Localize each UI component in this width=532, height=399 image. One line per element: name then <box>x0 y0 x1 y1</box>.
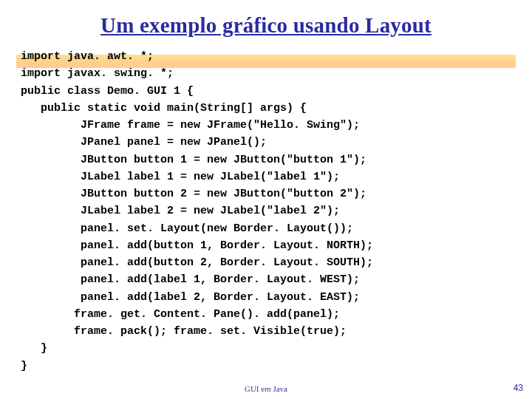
code-block: import java. awt. *; import javax. swing… <box>21 48 511 375</box>
page-number: 43 <box>514 383 523 393</box>
slide: Um exemplo gráfico usando Layout import … <box>0 0 532 399</box>
footer-text: GUI em Java <box>0 384 532 393</box>
slide-title: Um exemplo gráfico usando Layout <box>21 13 511 38</box>
